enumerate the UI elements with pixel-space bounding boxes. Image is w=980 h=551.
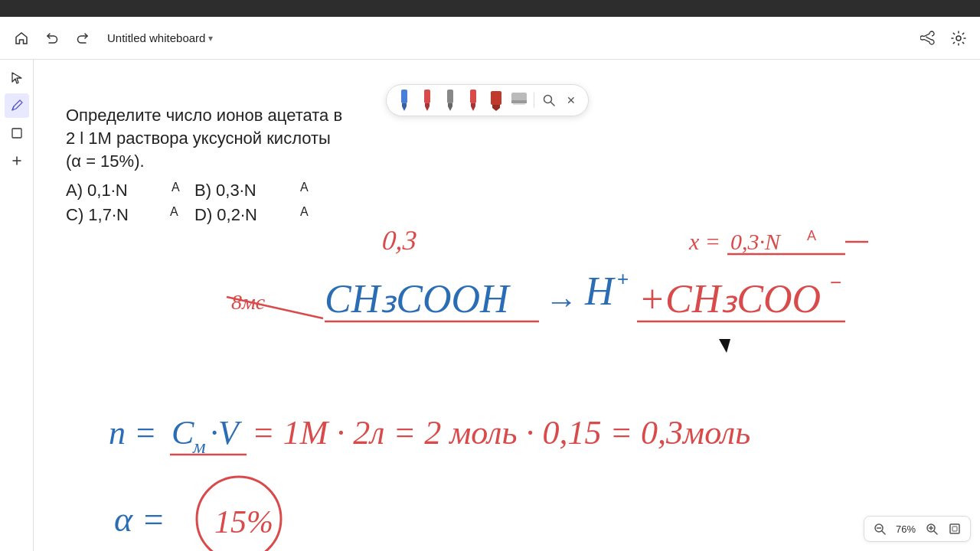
blue-pen[interactable] <box>396 90 413 111</box>
svg-rect-44 <box>447 90 453 103</box>
svg-text:= 1М · 2л = 2 моль · 0,15 = 0,: = 1М · 2л = 2 моль · 0,15 = 0,3моль <box>252 414 750 452</box>
red-pen-2[interactable] <box>465 90 482 111</box>
toolbar-divider <box>534 93 534 108</box>
whiteboard-title: Untitled whiteboard <box>107 31 205 44</box>
title-area[interactable]: Untitled whiteboard ▾ <box>107 31 213 44</box>
svg-text:A: A <box>170 205 178 218</box>
svg-rect-55 <box>513 103 525 105</box>
search-icon[interactable] <box>541 92 557 109</box>
svg-text:C: C <box>172 414 194 452</box>
svg-rect-48 <box>471 103 475 106</box>
svg-text:x =: x = <box>688 229 720 254</box>
svg-rect-41 <box>424 90 430 103</box>
svg-text:0,3: 0,3 <box>381 225 418 256</box>
svg-rect-42 <box>425 103 430 106</box>
title-bar <box>0 0 980 17</box>
svg-rect-51 <box>492 105 500 108</box>
zoom-out-button[interactable] <box>871 520 889 538</box>
select-tool[interactable] <box>5 66 29 90</box>
app-toolbar: Untitled whiteboard ▾ <box>0 17 980 60</box>
close-pen-toolbar-button[interactable]: ✕ <box>564 93 579 108</box>
svg-marker-52 <box>492 108 500 111</box>
svg-text:15%: 15% <box>214 504 273 540</box>
svg-text:−: − <box>830 271 841 294</box>
svg-point-0 <box>956 36 961 41</box>
gray-pen[interactable] <box>442 90 459 111</box>
redo-button[interactable] <box>70 26 95 51</box>
svg-rect-47 <box>470 90 476 103</box>
svg-line-59 <box>882 531 886 535</box>
svg-text:n =: n = <box>109 414 157 452</box>
svg-text:A: A <box>807 228 816 243</box>
svg-text:2 l 1М раствора уксусной кисло: 2 l 1М раствора уксусной кислоты <box>66 129 331 148</box>
svg-marker-46 <box>448 106 452 111</box>
svg-text:+CH₃COO: +CH₃COO <box>639 277 821 321</box>
svg-line-57 <box>551 103 555 106</box>
svg-rect-38 <box>401 90 407 103</box>
svg-text:C) 1,7·N: C) 1,7·N <box>66 205 129 224</box>
home-button[interactable] <box>9 26 34 51</box>
svg-rect-66 <box>952 527 957 531</box>
add-tool[interactable] <box>5 148 29 173</box>
svg-text:+: + <box>617 267 629 290</box>
dark-red-marker[interactable] <box>488 90 505 111</box>
title-dropdown-icon: ▾ <box>208 33 213 44</box>
zoom-controls: 76% <box>864 516 971 542</box>
svg-text:→: → <box>545 283 577 319</box>
eraser-tool[interactable] <box>511 90 528 111</box>
svg-text:CH₃COOH: CH₃COOH <box>325 277 511 321</box>
whiteboard-canvas[interactable]: Определите число ионов ацетата в 2 l 1М … <box>34 60 980 551</box>
svg-text:H: H <box>584 269 616 313</box>
svg-rect-45 <box>448 103 452 106</box>
svg-text:(α = 15%).: (α = 15%). <box>66 152 145 171</box>
svg-text:Определите число ионов ацетата: Определите число ионов ацетата в <box>66 106 342 125</box>
undo-button[interactable] <box>40 26 64 51</box>
svg-text:A: A <box>300 181 309 194</box>
svg-rect-65 <box>950 524 959 533</box>
share-button[interactable] <box>916 26 940 51</box>
svg-text:A) 0,1·N: A) 0,1·N <box>66 181 128 200</box>
svg-text:D) 0,2·N: D) 0,2·N <box>194 205 257 224</box>
zoom-in-button[interactable] <box>923 520 941 538</box>
svg-text:0,3·N: 0,3·N <box>730 229 782 254</box>
svg-rect-1 <box>12 129 21 138</box>
svg-rect-50 <box>491 91 501 105</box>
shapes-tool[interactable] <box>5 121 29 145</box>
svg-marker-40 <box>402 106 407 111</box>
svg-rect-39 <box>402 103 407 106</box>
pen-color-toolbar: ✕ <box>386 84 589 116</box>
pen-tool[interactable] <box>5 93 29 118</box>
left-toolbar <box>0 60 34 551</box>
svg-text:B) 0,3·N: B) 0,3·N <box>194 181 256 200</box>
svg-text:·V: ·V <box>210 414 243 452</box>
svg-line-62 <box>934 531 938 535</box>
svg-rect-54 <box>511 100 527 103</box>
svg-text:A: A <box>300 205 309 218</box>
settings-button[interactable] <box>946 26 971 51</box>
svg-marker-49 <box>471 106 475 111</box>
red-pen-1[interactable] <box>419 90 436 111</box>
fit-screen-button[interactable] <box>946 520 964 538</box>
zoom-level-display: 76% <box>893 523 918 535</box>
svg-text:α =: α = <box>114 500 165 539</box>
svg-marker-43 <box>425 106 430 111</box>
svg-text:A: A <box>172 181 180 194</box>
